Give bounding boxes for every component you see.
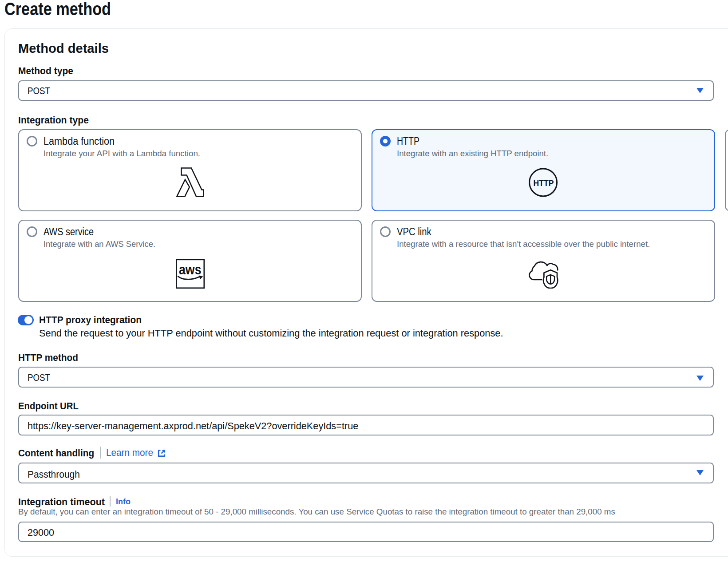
svg-text:aws: aws: [179, 262, 202, 277]
svg-text:HTTP: HTTP: [534, 178, 554, 187]
